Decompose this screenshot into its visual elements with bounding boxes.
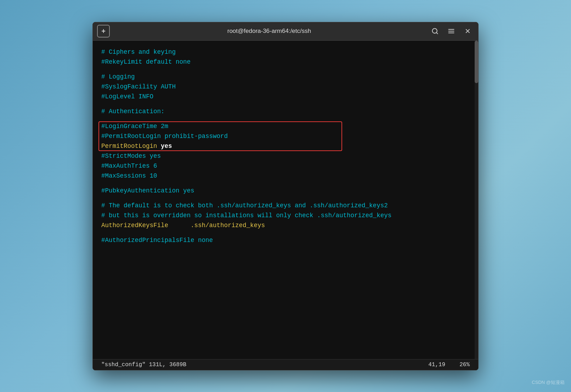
terminal-window: + root@fedora-36-arm64:/etc/ssh: [92, 22, 479, 370]
spacer-5: [101, 196, 470, 201]
line-maxsessions: #MaxSessions 10: [101, 171, 470, 181]
search-button[interactable]: [429, 25, 441, 38]
line-authorizedprincipals: #AuthorizedPrincipalsFile none: [101, 235, 470, 245]
line-auth-comment: # Authentication:: [101, 106, 470, 116]
spacer-4: [101, 181, 470, 186]
menu-button[interactable]: [445, 25, 458, 38]
spacer-1: [101, 67, 470, 72]
scroll-percent: 26%: [459, 362, 470, 368]
line-logingraceime: #LoginGraceTime 2m: [101, 121, 470, 131]
spacer-3: [101, 116, 470, 121]
highlighted-section: #LoginGraceTime 2m #PermitRootLogin proh…: [101, 121, 470, 151]
line-loglevel: #LogLevel INFO: [101, 92, 470, 102]
window-title: root@fedora-36-arm64:/etc/ssh: [110, 28, 429, 35]
scrollbar-thumb[interactable]: [475, 41, 478, 83]
spacer-2: [101, 102, 470, 106]
line-authorizedkeysfile: AuthorizedKeysFile .ssh/authorized_keys: [101, 220, 470, 230]
watermark: CSDN @短漫箱: [532, 379, 565, 386]
line-default-comment-1: # The default is to check both .ssh/auth…: [101, 201, 470, 211]
new-tab-button[interactable]: +: [97, 25, 110, 38]
desktop-background: + root@fedora-36-arm64:/etc/ssh: [0, 0, 571, 392]
line-default-comment-2: # but this is overridden so installation…: [101, 211, 470, 220]
line-permitrootlogin-commented: #PermitRootLogin prohibit-password: [101, 131, 470, 141]
status-bar: "sshd_config" 131L, 3689B 41,19 26%: [93, 359, 478, 370]
svg-line-1: [436, 33, 438, 34]
hamburger-icon: [448, 28, 455, 35]
scrollbar[interactable]: [475, 41, 478, 359]
status-right: 41,19 26%: [428, 362, 470, 368]
line-logging-comment: # Logging: [101, 72, 470, 82]
line-permitrootlogin-active: PermitRootLogin yes: [101, 141, 470, 151]
file-info: "sshd_config" 131L, 3689B: [101, 362, 186, 368]
line-maxauthtries: #MaxAuthTries 6: [101, 161, 470, 171]
cursor-position: 41,19: [428, 362, 445, 368]
terminal-content: # Ciphers and keying #RekeyLimit default…: [93, 41, 478, 359]
title-bar: + root@fedora-36-arm64:/etc/ssh: [93, 22, 478, 41]
search-icon: [431, 28, 439, 35]
line-strictmodes: #StrictModes yes: [101, 151, 470, 161]
spacer-6: [101, 230, 470, 235]
line-rekeylimit: #RekeyLimit default none: [101, 57, 470, 67]
line-pubkeyauth: #PubkeyAuthentication yes: [101, 186, 470, 196]
close-button[interactable]: ✕: [461, 25, 474, 38]
line-ciphers-comment: # Ciphers and keying: [101, 47, 470, 57]
line-syslogfacility: #SyslogFacility AUTH: [101, 82, 470, 92]
